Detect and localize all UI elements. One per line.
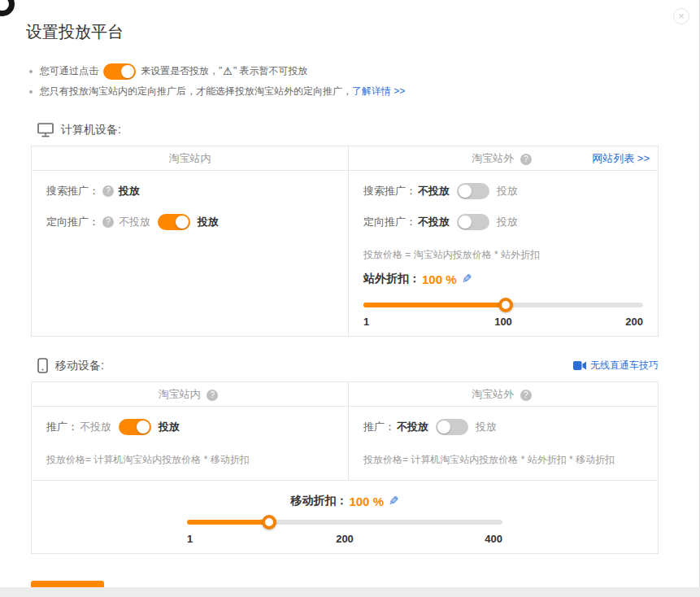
target-promo-label: 定向推广：	[363, 215, 416, 229]
mobile-onsite-cell: 推广： 不投放 投放 投放价格= 计算机淘宝站内投放价格 * 移动折扣	[32, 407, 349, 480]
search-promo-label: 搜索推广：	[363, 184, 416, 198]
mobile-slider-labels: 1 200 400	[187, 533, 502, 545]
slider-mid-label: 200	[336, 533, 354, 545]
set-platform-dialog: × 设置投放平台 您可通过点击 来设置是否投放，" ⚠ " 表示暂不可投放 您只…	[0, 0, 700, 587]
slider-handle[interactable]	[498, 298, 513, 312]
computer-offsite-search-row: 搜索推广： 不投放 投放	[363, 176, 658, 207]
mobile-table: 淘宝站内 ? 淘宝站外 ? 推广： 不投放 投放 投放价格= 计算机淘宝站内投放…	[31, 381, 659, 554]
mobile-slider-wrap: 1 200 400	[187, 515, 502, 545]
slider-max-label: 200	[625, 316, 643, 328]
promo-label: 推广：	[363, 420, 395, 434]
mobile-onsite-formula: 投放价格= 计算机淘宝站内投放价格 * 移动折扣	[46, 447, 348, 472]
mobile-section-header: 移动设备: 无线直通车技巧	[31, 358, 659, 373]
mobile-offsite-header: 淘宝站外	[472, 388, 514, 400]
close-icon[interactable]: ×	[673, 8, 689, 24]
slider-min-label: 1	[363, 316, 369, 328]
slider-handle[interactable]	[262, 515, 276, 529]
mobile-offsite-header-cell: 淘宝站外 ?	[349, 382, 658, 406]
target-promo-label: 定向推广：	[46, 215, 99, 229]
note-line-2: 您只有投放淘宝站内的定向推广后，才能选择投放淘宝站外的定向推广， 了解详情 >>	[29, 81, 699, 102]
computer-offsite-target-row: 定向推广： 不投放 投放	[363, 207, 658, 237]
help-icon[interactable]: ?	[102, 216, 114, 228]
on-label: 投放	[198, 215, 219, 229]
offsite-price-formula: 投放价格 = 淘宝站内投放价格 * 站外折扣	[363, 242, 658, 267]
off-label: 不投放	[80, 420, 111, 434]
mobile-onsite-promo-toggle[interactable]	[119, 419, 151, 435]
computer-onsite-header: 淘宝站内	[169, 152, 211, 164]
on-label: 投放	[159, 420, 180, 434]
toggle-knob	[437, 421, 450, 434]
mobile-onsite-header-cell: 淘宝站内 ?	[32, 382, 349, 406]
offsite-slider-labels: 1 100 200	[363, 316, 643, 328]
page-title: 设置投放平台	[0, 0, 699, 43]
computer-onsite-target-toggle[interactable]	[158, 214, 190, 230]
note2-text: 您只有投放淘宝站内的定向推广后，才能选择投放淘宝站外的定向推广，	[40, 81, 352, 102]
help-icon[interactable]: ?	[520, 154, 532, 165]
edit-icon[interactable]: ✎	[389, 494, 399, 508]
computer-icon	[37, 123, 54, 137]
wireless-tips-link[interactable]: 无线直通车技巧	[573, 359, 659, 373]
search-promo-state: 投放	[119, 184, 140, 198]
mobile-offsite-cell: 推广： 不投放 投放 投放价格= 计算机淘宝站内投放价格 * 站外折扣 * 移动…	[349, 407, 658, 480]
computer-offsite-search-toggle[interactable]	[457, 183, 489, 199]
warning-icon: ⚠	[223, 61, 233, 81]
computer-onsite-target-row: 定向推广： ? 不投放 投放	[46, 207, 348, 237]
help-icon[interactable]: ?	[520, 390, 532, 401]
computer-offsite-target-toggle[interactable]	[457, 214, 489, 230]
mobile-offsite-formula: 投放价格= 计算机淘宝站内投放价格 * 站外折扣 * 移动折扣	[363, 447, 658, 472]
computer-offsite-header-cell: 淘宝站外 ? 网站列表 >>	[349, 146, 658, 170]
on-label: 投放	[497, 215, 518, 229]
slider-max-label: 400	[485, 533, 502, 545]
mobile-discount-label: 移动折扣：	[290, 494, 347, 508]
computer-offsite-cell: 搜索推广： 不投放 投放 定向推广： 不投放 投放 投放价格 = 淘宝站内投放价…	[349, 171, 658, 336]
mobile-icon	[37, 358, 48, 373]
computer-onsite-header-cell: 淘宝站内	[32, 146, 349, 170]
offsite-discount-slider[interactable]	[363, 298, 643, 312]
mobile-onsite-header: 淘宝站内	[159, 388, 201, 400]
promo-label: 推广：	[46, 420, 78, 434]
mobile-offsite-promo-row: 推广： 不投放 投放	[363, 412, 658, 442]
mobile-offsite-promo-toggle[interactable]	[436, 419, 468, 435]
off-label: 不投放	[418, 184, 450, 198]
mobile-section-title: 移动设备:	[55, 359, 104, 373]
slider-track[interactable]	[187, 520, 502, 525]
help-icon[interactable]: ?	[207, 390, 218, 401]
help-icon[interactable]: ?	[102, 185, 114, 197]
computer-onsite-search-row: 搜索推广： ? 投放	[46, 176, 348, 207]
example-toggle-icon	[103, 63, 136, 80]
video-icon	[573, 361, 586, 370]
offsite-discount-label: 站外折扣：	[363, 272, 420, 286]
edit-icon[interactable]: ✎	[462, 272, 472, 286]
note-line-1: 您可通过点击 来设置是否投放，" ⚠ " 表示暂不可投放	[29, 61, 699, 81]
offsite-discount-line: 站外折扣： 100 % ✎	[363, 267, 658, 291]
mobile-discount-line: 移动折扣： 100 % ✎	[32, 490, 658, 512]
save-settings-button[interactable]: 保存设置	[31, 581, 104, 587]
mobile-discount-slider[interactable]	[187, 515, 502, 529]
off-label: 不投放	[119, 215, 150, 229]
toggle-knob	[459, 185, 472, 198]
bullet-icon	[29, 90, 33, 94]
offsite-discount-value: 100 %	[422, 272, 457, 286]
computer-offsite-header: 淘宝站外	[472, 152, 514, 164]
note1-suffix: " 表示暂不可投放	[233, 61, 308, 81]
bullet-icon	[29, 70, 33, 73]
slider-fill	[363, 303, 506, 307]
on-label: 投放	[497, 184, 518, 198]
off-label: 不投放	[418, 215, 450, 229]
off-label: 不投放	[397, 420, 428, 434]
learn-more-link[interactable]: 了解详情 >>	[352, 81, 405, 102]
note1-mid: 来设置是否投放，"	[141, 61, 222, 81]
on-label: 投放	[476, 420, 497, 434]
site-list-link[interactable]: 网站列表 >>	[592, 146, 650, 171]
slider-mid-label: 100	[494, 316, 512, 328]
mobile-table-header: 淘宝站内 ? 淘宝站外 ?	[32, 382, 658, 407]
toggle-knob	[137, 421, 150, 434]
slider-fill	[187, 520, 269, 525]
mobile-discount-value: 100 %	[349, 495, 384, 508]
mobile-discount-row: 移动折扣： 100 % ✎ 1 200 400	[32, 480, 658, 553]
search-promo-label: 搜索推广：	[46, 184, 99, 198]
toggle-knob	[459, 216, 472, 229]
notes-block: 您可通过点击 来设置是否投放，" ⚠ " 表示暂不可投放 您只有投放淘宝站内的定…	[29, 61, 699, 102]
computer-onsite-cell: 搜索推广： ? 投放 定向推广： ? 不投放 投放	[32, 171, 349, 336]
computer-section-header: 计算机设备:	[31, 123, 659, 137]
